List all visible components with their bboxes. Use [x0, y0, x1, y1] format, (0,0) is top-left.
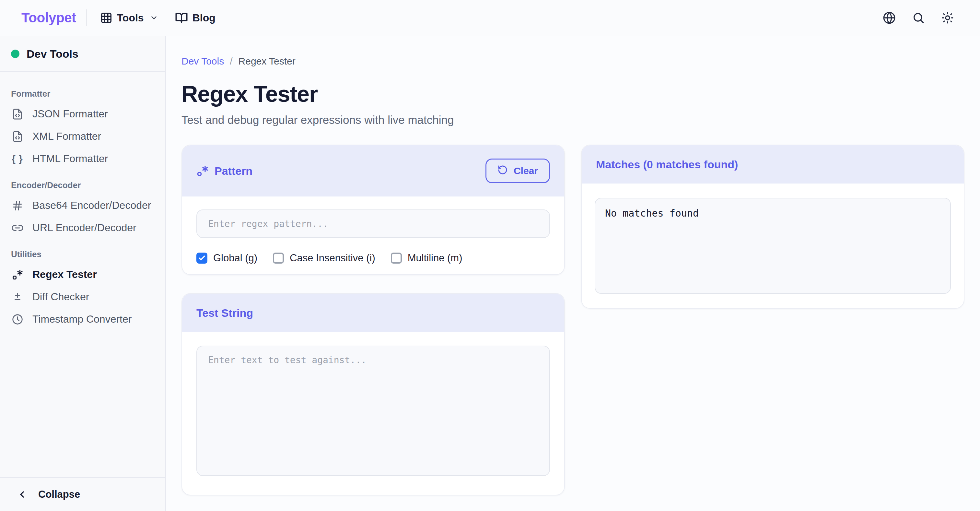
collapse-button[interactable]: Collapse	[0, 477, 165, 511]
matches-result-box: No matches found	[595, 198, 951, 294]
page-title: Regex Tester	[181, 81, 964, 107]
book-open-icon	[175, 11, 188, 24]
pattern-card-header: Pattern Clear	[182, 145, 564, 196]
test-string-card: Test String	[181, 293, 565, 495]
file-code-icon	[12, 131, 23, 142]
grid-icon	[100, 12, 113, 24]
matches-card-body: No matches found	[582, 183, 964, 308]
nav-item-tools[interactable]: Tools	[100, 12, 158, 24]
chevron-left-icon	[17, 489, 27, 500]
sidebar-item-timestamp-converter[interactable]: Timestamp Converter	[0, 308, 165, 330]
rotate-ccw-icon	[498, 165, 508, 177]
sidebar: Dev Tools Formatter JSON Formatter XML F…	[0, 36, 166, 511]
left-column: Pattern Clear	[181, 145, 565, 495]
checkbox-icon	[273, 253, 284, 264]
section-label-utilities: Utilities	[0, 239, 165, 263]
regex-pattern-input[interactable]	[196, 209, 550, 238]
test-string-card-title: Test String	[196, 307, 253, 319]
page-subtitle: Test and debug regular expressions with …	[181, 113, 964, 126]
globe-icon[interactable]	[883, 11, 896, 24]
top-bar: Toolypet Tools Blog	[0, 0, 980, 36]
flag-label: Global (g)	[213, 252, 257, 264]
sidebar-item-label: JSON Formatter	[32, 108, 108, 120]
pattern-card-title: Pattern	[196, 165, 253, 177]
flag-case-insensitive-checkbox[interactable]: Case Insensitive (i)	[273, 252, 375, 264]
sidebar-item-base64[interactable]: Base64 Encoder/Decoder	[0, 194, 165, 216]
sidebar-title: Dev Tools	[27, 48, 78, 60]
sidebar-item-label: Diff Checker	[32, 291, 89, 303]
sun-icon[interactable]	[941, 11, 954, 24]
no-matches-message: No matches found	[605, 207, 699, 219]
regex-icon	[196, 165, 209, 177]
chevron-down-icon	[150, 14, 158, 22]
breadcrumb: Dev Tools / Regex Tester	[181, 56, 964, 67]
sidebar-item-label: Timestamp Converter	[32, 313, 132, 325]
breadcrumb-parent-link[interactable]: Dev Tools	[181, 56, 224, 67]
test-string-card-body	[182, 332, 564, 495]
content-columns: Pattern Clear	[181, 145, 964, 495]
clear-button-label: Clear	[514, 166, 538, 177]
sidebar-item-regex-tester[interactable]: Regex Tester	[0, 263, 165, 286]
clear-button[interactable]: Clear	[485, 159, 550, 183]
regex-flags-row: Global (g) Case Insensitive (i)	[196, 252, 550, 264]
link-icon	[12, 222, 23, 234]
collapse-label: Collapse	[38, 489, 80, 500]
sidebar-item-html-formatter[interactable]: { } HTML Formatter	[0, 148, 165, 170]
sidebar-item-url-encoder[interactable]: URL Encoder/Decoder	[0, 216, 165, 239]
flag-multiline-checkbox[interactable]: Multiline (m)	[391, 252, 463, 264]
flag-label: Case Insensitive (i)	[290, 252, 375, 264]
matches-card-title: Matches (0 matches found)	[596, 158, 738, 171]
sidebar-item-json-formatter[interactable]: JSON Formatter	[0, 103, 165, 125]
nav-item-label: Blog	[192, 12, 215, 24]
checkbox-icon	[391, 253, 402, 264]
regex-icon	[12, 269, 23, 280]
main-content: Dev Tools / Regex Tester Regex Tester Te…	[166, 36, 980, 511]
nav-item-blog[interactable]: Blog	[175, 11, 215, 24]
section-label-formatter: Formatter	[0, 78, 165, 103]
section-label-encoder-decoder: Encoder/Decoder	[0, 170, 165, 194]
hash-icon	[12, 200, 23, 212]
pattern-card: Pattern Clear	[181, 145, 565, 275]
sidebar-item-label: HTML Formatter	[32, 153, 108, 165]
breadcrumb-current: Regex Tester	[239, 56, 296, 67]
diff-icon	[12, 291, 23, 303]
brand-logo[interactable]: Toolypet	[21, 10, 76, 25]
status-dot	[11, 49, 19, 58]
sidebar-item-label: URL Encoder/Decoder	[32, 222, 137, 234]
test-string-textarea[interactable]	[196, 345, 550, 476]
clock-icon	[12, 314, 23, 325]
app-shell: Dev Tools Formatter JSON Formatter XML F…	[0, 36, 980, 511]
sidebar-item-diff-checker[interactable]: Diff Checker	[0, 286, 165, 308]
pattern-card-title-text: Pattern	[215, 165, 253, 177]
sidebar-item-label: XML Formatter	[32, 131, 101, 142]
matches-card: Matches (0 matches found) No matches fou…	[581, 145, 964, 309]
file-code-icon	[12, 108, 23, 120]
sidebar-item-label: Regex Tester	[32, 269, 97, 280]
flag-label: Multiline (m)	[408, 252, 463, 264]
braces-icon: { }	[12, 153, 23, 165]
sidebar-header: Dev Tools	[0, 36, 165, 72]
sidebar-nav: Formatter JSON Formatter XML Formatter {…	[0, 72, 165, 477]
breadcrumb-separator: /	[230, 56, 232, 67]
top-nav: Tools Blog	[100, 11, 215, 24]
test-string-card-header: Test String	[182, 294, 564, 332]
header-divider	[86, 10, 86, 26]
flag-global-checkbox[interactable]: Global (g)	[196, 252, 257, 264]
sidebar-item-xml-formatter[interactable]: XML Formatter	[0, 125, 165, 148]
app-window: Toolypet Tools Blog	[0, 0, 980, 511]
checkbox-icon	[196, 253, 207, 264]
nav-item-label: Tools	[117, 12, 144, 24]
search-icon[interactable]	[912, 11, 925, 24]
sidebar-item-label: Base64 Encoder/Decoder	[32, 199, 151, 212]
pattern-card-body: Global (g) Case Insensitive (i)	[182, 196, 564, 274]
topbar-actions	[883, 11, 954, 24]
matches-card-header: Matches (0 matches found)	[582, 145, 964, 183]
